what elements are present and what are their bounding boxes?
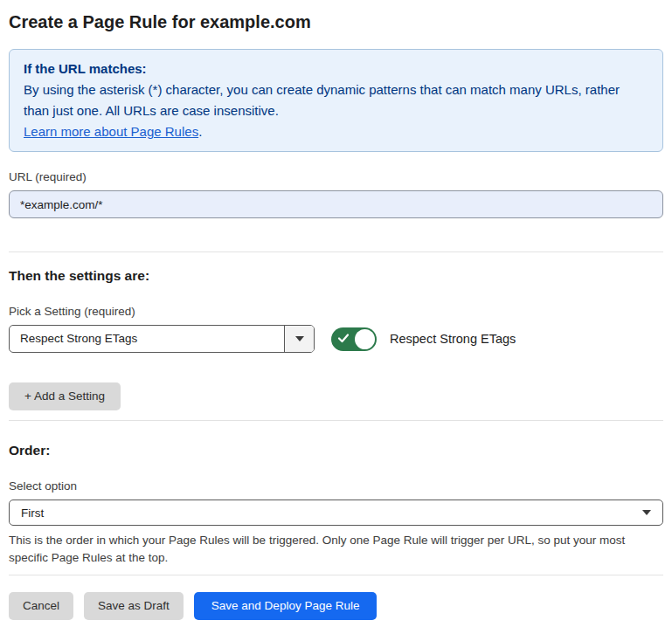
order-select[interactable]: First <box>9 500 663 526</box>
divider <box>9 575 663 575</box>
setting-select-arrow-button[interactable] <box>284 326 314 352</box>
order-select-value: First <box>21 506 44 520</box>
page-rule-form: Create a Page Rule for example.com If th… <box>0 0 672 620</box>
save-deploy-button[interactable]: Save and Deploy Page Rule <box>194 592 378 620</box>
learn-more-link[interactable]: Learn more about Page Rules <box>24 124 198 139</box>
info-box-heading: If the URL matches: <box>24 59 648 79</box>
setting-select[interactable]: Respect Strong ETags <box>9 325 315 353</box>
settings-section-heading: Then the settings are: <box>9 267 663 285</box>
footer-actions: Cancel Save as Draft Save and Deploy Pag… <box>9 592 663 620</box>
save-draft-button[interactable]: Save as Draft <box>84 592 184 620</box>
toggle-label: Respect Strong ETags <box>390 332 516 346</box>
setting-toggle[interactable] <box>331 327 377 351</box>
order-section-heading: Order: <box>9 442 663 459</box>
divider <box>9 251 663 252</box>
info-box-body: By using the asterisk (*) character, you… <box>24 79 648 121</box>
chevron-down-icon <box>642 510 651 515</box>
divider <box>9 420 663 421</box>
page-title: Create a Page Rule for example.com <box>9 10 663 33</box>
url-input[interactable] <box>9 190 663 218</box>
chevron-down-icon <box>295 336 304 341</box>
add-setting-button[interactable]: + Add a Setting <box>9 382 121 410</box>
checkmark-icon <box>337 332 350 344</box>
url-field-label: URL (required) <box>9 169 663 184</box>
setting-select-value: Respect Strong ETags <box>10 326 284 352</box>
cancel-button[interactable]: Cancel <box>9 592 73 620</box>
link-suffix: . <box>198 124 202 139</box>
toggle-knob <box>355 329 375 349</box>
order-select-label: Select option <box>9 479 663 493</box>
url-match-info-box: If the URL matches: By using the asteris… <box>9 49 663 152</box>
setting-picker-label: Pick a Setting (required) <box>9 304 663 319</box>
setting-row: Respect Strong ETags Respect Strong ETag… <box>9 325 663 353</box>
info-box-link-line: Learn more about Page Rules. <box>24 121 648 142</box>
order-help-text: This is the order in which your Page Rul… <box>9 532 663 567</box>
